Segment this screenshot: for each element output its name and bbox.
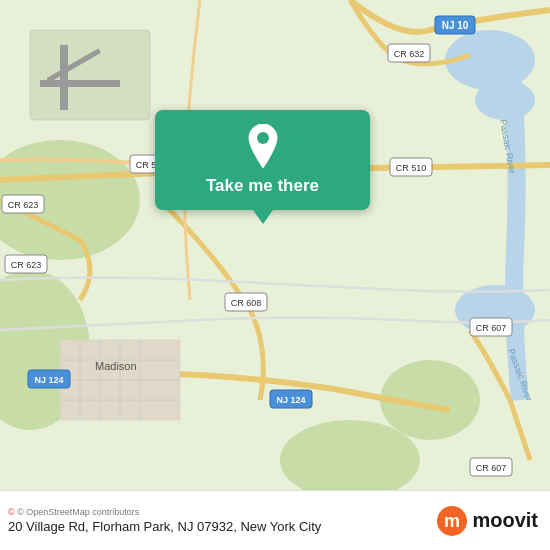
svg-text:NJ 124: NJ 124 [34, 375, 63, 385]
address-block: © © OpenStreetMap contributors 20 Villag… [8, 507, 321, 534]
bottom-bar: © © OpenStreetMap contributors 20 Villag… [0, 490, 550, 550]
osm-icon: © [8, 507, 15, 517]
svg-rect-10 [40, 80, 120, 87]
svg-text:NJ 10: NJ 10 [442, 20, 469, 31]
map-background: NJ 10 CR 632 CR 510 CR 510 CR 623 CR 623… [0, 0, 550, 490]
osm-credit-text: © OpenStreetMap contributors [17, 507, 139, 517]
svg-text:CR 510: CR 510 [396, 163, 427, 173]
svg-text:CR 608: CR 608 [231, 298, 262, 308]
svg-point-45 [257, 132, 269, 144]
moovit-text: moovit [472, 509, 538, 532]
svg-text:Madison: Madison [95, 360, 137, 372]
svg-text:CR 623: CR 623 [11, 260, 42, 270]
moovit-icon: m [436, 505, 468, 537]
svg-text:NJ 124: NJ 124 [276, 395, 305, 405]
svg-text:CR 632: CR 632 [394, 49, 425, 59]
svg-text:CR 607: CR 607 [476, 323, 507, 333]
map-container: NJ 10 CR 632 CR 510 CR 510 CR 623 CR 623… [0, 0, 550, 490]
svg-text:CR 607: CR 607 [476, 463, 507, 473]
location-pin-icon [244, 124, 282, 168]
popup-label: Take me there [206, 176, 319, 196]
svg-text:m: m [444, 511, 460, 531]
svg-rect-8 [30, 30, 150, 120]
svg-text:CR 623: CR 623 [8, 200, 39, 210]
take-me-there-popup[interactable]: Take me there [155, 110, 370, 210]
moovit-logo: m moovit [436, 505, 538, 537]
svg-rect-9 [60, 45, 68, 110]
osm-credit: © © OpenStreetMap contributors [8, 507, 321, 517]
address-text: 20 Village Rd, Florham Park, NJ 07932, N… [8, 519, 321, 534]
